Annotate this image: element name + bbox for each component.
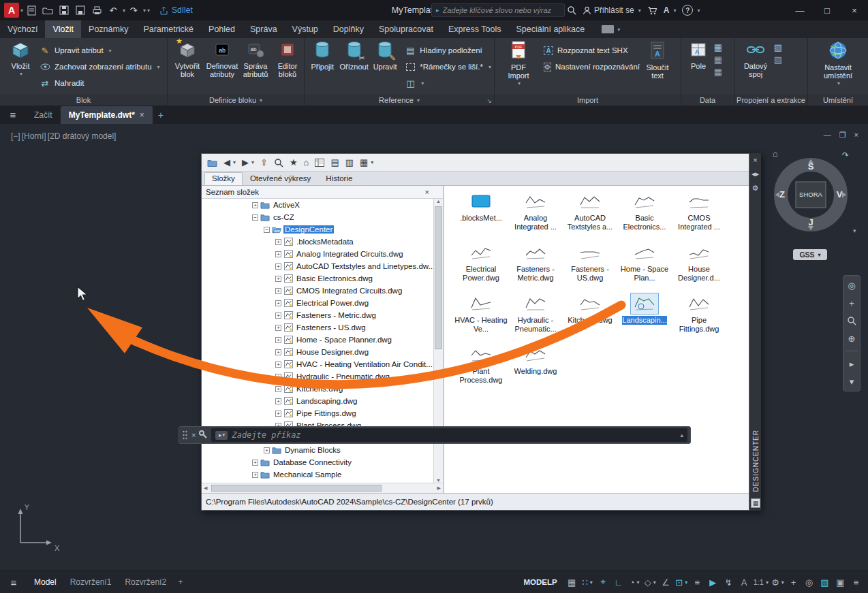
content-item-label[interactable]: Fasteners - Metric.dwg xyxy=(509,265,562,282)
panel-dialog-launcher-icon[interactable]: ↘ xyxy=(486,97,492,104)
tree-item[interactable]: +Mechanical Sample xyxy=(202,468,433,481)
content-item-label[interactable]: Welding.dwg xyxy=(514,367,557,376)
adjust-button[interactable]: ✎ Upravit xyxy=(371,38,400,95)
file-tab-start[interactable]: Začít xyxy=(26,106,61,124)
tree-item[interactable]: +Fasteners - Metric.dwg xyxy=(202,309,433,321)
tree-item[interactable]: +Landscaping.dwg xyxy=(202,395,433,407)
viewport-close-icon[interactable]: × xyxy=(854,131,858,140)
tree-item-label[interactable]: Fasteners - Metric.dwg xyxy=(295,311,377,319)
ucs-selector[interactable]: GSS▾ xyxy=(793,249,827,260)
panel-label-linking[interactable]: Propojení a extrakce xyxy=(734,95,807,106)
new-file-tab-button[interactable]: + xyxy=(153,106,169,124)
tree-item-label[interactable]: cs-CZ xyxy=(272,213,296,221)
content-item-label[interactable]: Basic Electronics... xyxy=(618,214,671,231)
tree-item[interactable]: +Basic Electronics.dwg xyxy=(202,272,433,285)
favorites-icon[interactable]: ★ xyxy=(290,157,298,167)
expand-icon[interactable]: + xyxy=(252,202,258,208)
tree-item-label[interactable]: Hydraulic - Pneumatic.dwg xyxy=(295,372,391,381)
ribbon-tab-3[interactable]: Parametrické xyxy=(136,20,201,38)
tree-item[interactable]: +Analog Integrated Circuits.dwg xyxy=(202,248,433,260)
ribbon-display-toggle[interactable]: ▾ xyxy=(602,20,620,38)
tree-item[interactable]: +ActiveX xyxy=(202,199,433,211)
tab-open-drawings[interactable]: Otevřené výkresy xyxy=(243,172,318,185)
tree-item-label[interactable]: Electrical Power.dwg xyxy=(295,299,370,307)
tree-item[interactable]: +Hydraulic - Pneumatic.dwg xyxy=(202,370,433,383)
tree-item-label[interactable]: HVAC - Heating Ventilation Air Condit... xyxy=(295,360,433,368)
back-icon[interactable]: ◀▾ xyxy=(223,157,236,167)
tree-item-label[interactable]: Kitchens.dwg xyxy=(295,385,344,393)
redo-caret-icon[interactable]: ▾ xyxy=(143,7,146,14)
minimize-button[interactable]: — xyxy=(786,0,813,20)
expand-icon[interactable]: + xyxy=(275,251,281,257)
table-upload-icon[interactable]: ▦ xyxy=(713,54,724,65)
command-prompt-icon[interactable]: ▸▾ xyxy=(215,431,228,440)
content-item-label[interactable]: Landscapin... xyxy=(622,316,666,325)
palette-properties-icon[interactable]: ⚙ xyxy=(752,184,759,193)
expand-icon[interactable]: + xyxy=(275,337,281,343)
graphics-performance-icon[interactable]: ▨ xyxy=(817,574,833,590)
content-item-label[interactable]: Fasteners - US.dwg xyxy=(563,265,617,282)
customize-icon[interactable]: ≡ xyxy=(848,574,864,590)
combine-text-button[interactable]: A Sloučit text xyxy=(640,38,675,95)
tree-item[interactable]: +AutoCAD Textstyles and Linetypes.dw... xyxy=(202,260,433,272)
insert-block-button[interactable]: Vložit ▾ xyxy=(4,38,37,95)
tree-item-label[interactable]: Home - Space Planner.dwg xyxy=(295,336,393,344)
tab-history[interactable]: Historie xyxy=(318,172,360,185)
ribbon-tab-8[interactable]: Spolupracovat xyxy=(371,20,441,38)
tree-item-label[interactable]: AutoCAD Textstyles and Linetypes.dw... xyxy=(295,262,433,270)
views-icon[interactable]: ▦▾ xyxy=(360,157,373,167)
tree-item[interactable]: +CMOS Integrated Circuits.dwg xyxy=(202,285,433,297)
attach-button[interactable]: Připojit xyxy=(307,38,337,95)
content-item[interactable]: Hydraulic - Pneumatic... xyxy=(508,293,563,344)
content-item[interactable]: Basic Electronics... xyxy=(617,191,672,242)
expand-icon[interactable]: + xyxy=(275,362,281,368)
isolate-objects-icon[interactable]: ◎ xyxy=(801,574,817,590)
tree-item[interactable]: +Home - Space Planner.dwg xyxy=(202,334,433,346)
underlay-display-button[interactable]: ◫ ▾ xyxy=(402,75,494,91)
set-location-button[interactable]: Nastavit umístění ▾ xyxy=(817,38,859,95)
panel-label-block[interactable]: Blok xyxy=(0,95,167,106)
dynamic-input-icon[interactable]: ⌖ xyxy=(595,574,611,590)
recent-commands-icon[interactable]: ▴ xyxy=(680,432,683,438)
panel-label-location[interactable]: Umístění xyxy=(808,95,868,106)
command-line-close-icon[interactable]: × xyxy=(191,431,196,439)
content-item[interactable]: HVAC - Heating Ve... xyxy=(454,293,508,344)
object-snap-icon[interactable]: ⊡▾ xyxy=(674,574,689,590)
app-store-button[interactable]: A▾ xyxy=(664,5,677,15)
tree-item-label[interactable]: DesignCenter xyxy=(283,225,334,234)
expand-icon[interactable]: + xyxy=(275,349,281,355)
tree-item-label[interactable]: Basic Electronics.dwg xyxy=(295,274,374,283)
content-item-label[interactable]: Home - Space Plan... xyxy=(618,265,671,282)
content-item[interactable]: Landscapin... xyxy=(617,293,672,344)
expand-icon[interactable]: + xyxy=(275,411,281,417)
viewport-menu-control[interactable]: [−] xyxy=(11,131,20,141)
tree-item[interactable]: +HVAC - Heating Ventilation Air Condit..… xyxy=(202,358,433,370)
expand-icon[interactable]: + xyxy=(275,386,281,392)
content-item[interactable]: Kitchens.dwg xyxy=(563,293,617,344)
command-line-grip[interactable] xyxy=(182,430,188,440)
selection-cycling-icon[interactable]: ▶ xyxy=(705,574,721,590)
zoom-icon[interactable] xyxy=(847,314,856,327)
clean-screen-icon[interactable]: ▣ xyxy=(833,574,848,590)
collapse-icon[interactable]: − xyxy=(252,214,258,221)
tree-item-label[interactable]: Landscaping.dwg xyxy=(295,397,359,405)
expand-icon[interactable]: + xyxy=(275,300,281,306)
content-item-label[interactable]: AutoCAD Textstyles a... xyxy=(563,214,617,231)
viewcube[interactable]: ⌂ ↷ S Z V J SHORA ▾ xyxy=(766,146,864,248)
content-item-label[interactable]: HVAC - Heating Ve... xyxy=(454,316,508,333)
palette-autohide-icon[interactable]: ◂▸ xyxy=(751,170,759,178)
model-space-button[interactable]: MODELP xyxy=(523,578,557,586)
field-button[interactable]: A Pole xyxy=(684,38,713,95)
home-icon[interactable]: ⌂ xyxy=(304,157,309,167)
tree-item-label[interactable]: Fasteners - US.dwg xyxy=(295,323,367,332)
share-button[interactable]: Sdílet xyxy=(159,5,193,15)
expand-icon[interactable]: + xyxy=(275,325,281,331)
save-icon[interactable] xyxy=(56,2,72,18)
content-item-label[interactable]: Plant Process.dwg xyxy=(454,367,508,384)
viewport-view-control[interactable]: [Horní] xyxy=(22,131,46,141)
table-link-icon[interactable]: ▦ xyxy=(713,66,724,77)
ribbon-tab-7[interactable]: Doplňky xyxy=(326,20,371,38)
tree-item[interactable]: −cs-CZ xyxy=(202,211,433,223)
navigation-bar[interactable]: ◎+⊕▸▾ xyxy=(843,275,861,391)
upload-state-icon[interactable]: ▧ xyxy=(773,54,784,65)
